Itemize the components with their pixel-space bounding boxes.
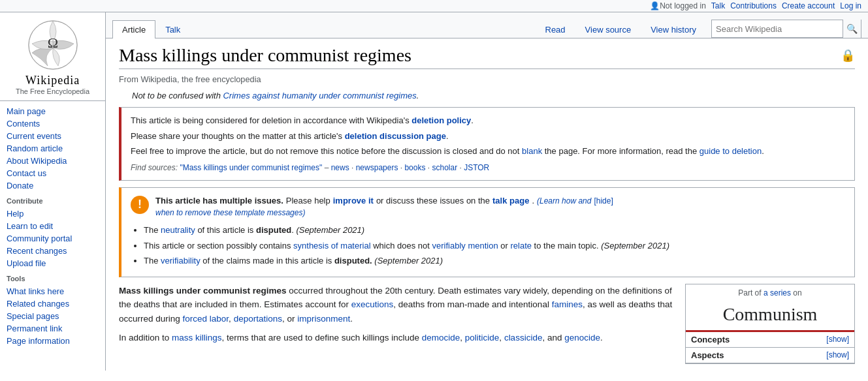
relate-link[interactable]: relate [510,241,532,251]
tab-read[interactable]: Read [536,20,575,38]
mass-killings-link[interactable]: mass killings [172,333,222,343]
sidebar-item-community-portal[interactable]: Community portal [7,232,99,245]
hatnote-link[interactable]: Crimes against humanity under communist … [223,91,416,100]
imprisonment-link[interactable]: imprisonment [297,314,350,324]
deletion-line3-pre: Feel free to improve the article, but do… [131,146,522,156]
deletion-line2: Please share your thoughts on the matter… [131,130,845,143]
concepts-row: Concepts [show] [686,332,854,348]
tab-article[interactable]: Article [112,20,155,38]
template-note: when to remove these template messages) [155,207,845,219]
sidebar-item-help[interactable]: Help [7,207,99,220]
forced-labor-link[interactable]: forced labor [183,314,229,324]
blank-link[interactable]: blank [522,146,542,156]
communism-header-top: Part of a series on [686,284,854,301]
improve-it-link[interactable]: improve it [333,194,374,207]
sidebar-item-page-information[interactable]: Page information [7,335,99,347]
sidebar-item-current-events[interactable]: Current events [7,130,99,142]
body-para2: In addition to mass killings, terms that… [119,331,675,345]
talk-page-post: . [532,194,534,207]
sidebar-item-what-links-here[interactable]: What links here [7,285,99,297]
famines-link[interactable]: famines [552,299,583,309]
layout: Ω Wikipedia The Free Encyclopedia Main p… [0,12,868,371]
create-account-link[interactable]: Create account [782,1,835,10]
body-para1: Mass killings under communist regimes oc… [119,284,675,326]
sidebar-item-random-article[interactable]: Random article [7,142,99,155]
deletion-discussion-link[interactable]: deletion discussion page [345,131,446,141]
sidebar-item-upload-file[interactable]: Upload file [7,257,99,269]
sidebar-item-contact-us[interactable]: Contact us [7,167,99,179]
aspects-show[interactable]: [show] [826,350,849,359]
talk-page-link[interactable]: talk page [492,194,529,207]
sidebar-item-main-page[interactable]: Main page [7,105,99,117]
tab-view-source[interactable]: View source [575,20,641,38]
on-text: on [793,288,801,297]
learn-how-text: (Learn how and [537,195,591,207]
sidebar-item-recent-changes[interactable]: Recent changes [7,245,99,257]
sidebar-item-learn-to-edit[interactable]: Learn to edit [7,220,99,232]
search-button[interactable]: 🔍 [843,20,861,38]
deletion-policy-link[interactable]: deletion policy [411,115,471,125]
communism-box: Part of a series on Communism Concepts [… [685,284,855,364]
tab-talk[interactable]: Talk [155,20,190,38]
deletion-box: This article is being considered for del… [119,107,855,181]
issues-help-post: or discuss these issues on the [376,194,490,207]
concepts-show[interactable]: [show] [826,335,849,344]
page-content: Mass killings under communist regimes 🔒 … [106,38,868,371]
sidebar-item-related-changes[interactable]: Related changes [7,297,99,310]
tools-section: Tools What links here Related changes Sp… [0,271,105,348]
classicide-link[interactable]: classicide [504,333,543,343]
sidebar-item-contents[interactable]: Contents [7,117,99,130]
deportations-link[interactable]: deportations [234,314,282,324]
find-sources: Find sources: "Mass killings under commu… [131,162,845,174]
contribute-section: Contribute Help Learn to edit Community … [0,193,105,271]
hatnote: Not to be confused with Crimes against h… [119,91,855,100]
find-sources-scholar[interactable]: scholar [432,163,457,172]
hatnote-pre: Not to be confused with [132,91,221,100]
issues-title: This article has multiple issues. [155,194,283,207]
genocide-link[interactable]: genocide [564,333,600,343]
not-logged-in-text: Not logged in [660,1,706,10]
tab-bar: Article Talk Read View source View histo… [106,12,868,38]
find-sources-news[interactable]: news [331,163,349,172]
hide-button[interactable]: [hide] [594,195,613,207]
deletion-line1-pre: This article is being considered for del… [131,115,411,125]
tab-right-group: Read View source View history 🔍 [536,20,862,38]
issues-header: ! This article has multiple issues. Plea… [131,194,845,219]
search-box: 🔍 [711,20,861,38]
contributions-link[interactable]: Contributions [730,1,777,10]
issues-box: ! This article has multiple issues. Plea… [119,187,855,277]
issue-item-1: The neutrality of this article is disput… [144,224,845,237]
find-sources-books[interactable]: books [404,163,425,172]
executions-link[interactable]: executions [351,299,394,309]
communism-title: Communism [686,301,854,332]
find-sources-newspapers[interactable]: newspapers [356,163,398,172]
user-icon: 👤 [650,1,660,10]
lock-icon: 🔒 [841,48,855,63]
find-sources-query[interactable]: "Mass killings under communist regimes" [180,163,322,172]
issues-title-row: This article has multiple issues. Please… [155,194,845,207]
sidebar-item-about-wikipedia[interactable]: About Wikipedia [7,155,99,167]
a-series-link[interactable]: a series [764,288,791,297]
aspects-label: Aspects [691,350,724,360]
sidebar-item-special-pages[interactable]: Special pages [7,310,99,322]
issue-item-2: This article or section possibly contain… [144,239,845,252]
logo-subtitle: The Free Encyclopedia [16,87,89,95]
log-in-link[interactable]: Log in [840,1,861,10]
sidebar-item-donate[interactable]: Donate [7,179,99,192]
tab-view-history[interactable]: View history [641,20,706,38]
neutrality-link[interactable]: neutrality [161,225,195,235]
search-input[interactable] [712,23,843,35]
democide-link[interactable]: democide [422,333,460,343]
concepts-label: Concepts [691,335,730,344]
issue-item-3: The verifiability of the claims made in … [144,254,845,267]
sidebar-item-permanent-link[interactable]: Permanent link [7,322,99,335]
exclamation-icon: ! [131,196,149,214]
find-sources-jstor[interactable]: JSTOR [464,163,489,172]
politicide-link[interactable]: politicide [465,333,500,343]
verifiability-link[interactable]: verifiability [161,256,201,266]
talk-link[interactable]: Talk [711,1,725,10]
verifiably-mention-link[interactable]: verifiably mention [432,241,498,251]
nav-section: Main page Contents Current events Random… [0,101,105,193]
guide-to-deletion-link[interactable]: guide to deletion [699,146,762,156]
synthesis-link[interactable]: synthesis of material [293,241,371,251]
